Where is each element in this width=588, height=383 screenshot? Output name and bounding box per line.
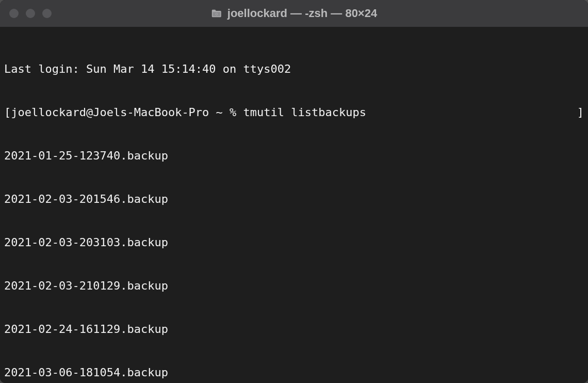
command-line: [joellockard@Joels-MacBook-Pro ~ % tmuti… (4, 105, 584, 120)
minimize-button[interactable] (26, 9, 35, 18)
window-title-container: joellockard — -zsh — 80×24 (211, 7, 377, 20)
output-line: 2021-02-03-203103.backup (4, 235, 584, 250)
svg-rect-0 (213, 12, 220, 16)
output-line: 2021-01-25-123740.backup (4, 149, 584, 163)
output-line: 2021-02-24-161129.backup (4, 322, 584, 337)
prompt-text: joellockard@Joels-MacBook-Pro ~ % (11, 106, 243, 119)
output-line: 2021-02-03-201546.backup (4, 192, 584, 206)
command-text: tmutil listbackups (243, 106, 366, 119)
terminal-body[interactable]: Last login: Sun Mar 14 15:14:40 on ttys0… (0, 27, 588, 383)
output-line: 2021-02-03-210129.backup (4, 279, 584, 293)
output-line: 2021-03-06-181054.backup (4, 365, 584, 380)
prompt-open-bracket: [ (4, 106, 11, 119)
folder-icon (211, 9, 222, 18)
window-title: joellockard — -zsh — 80×24 (227, 7, 377, 20)
prompt-close-bracket: ] (577, 105, 584, 120)
terminal-window: joellockard — -zsh — 80×24 Last login: S… (0, 0, 588, 383)
titlebar[interactable]: joellockard — -zsh — 80×24 (0, 0, 588, 27)
traffic-lights (0, 9, 52, 18)
zoom-button[interactable] (42, 9, 52, 18)
close-button[interactable] (9, 9, 19, 18)
last-login-line: Last login: Sun Mar 14 15:14:40 on ttys0… (4, 62, 584, 76)
